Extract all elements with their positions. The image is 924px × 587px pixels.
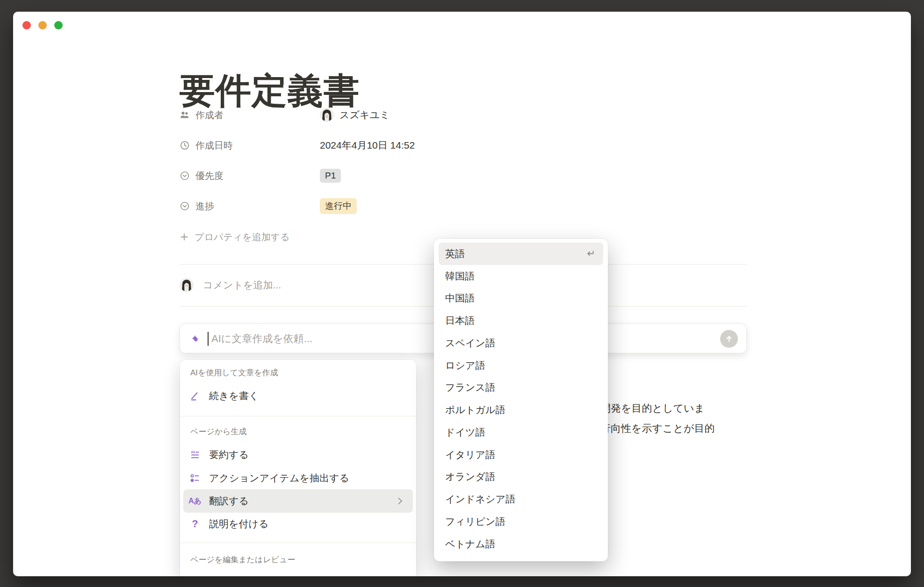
add-property-button[interactable]: プロパティを追加する [180, 227, 290, 247]
property-label: 作成者 [180, 109, 320, 122]
language-option-korean[interactable]: 韓国語 [434, 265, 608, 287]
language-option-german[interactable]: ドイツ語 [434, 421, 608, 444]
language-option-russian[interactable]: ロシア語 [434, 354, 608, 377]
enter-key-icon [585, 248, 596, 262]
send-button[interactable] [720, 330, 738, 348]
menu-item-continue-writing[interactable]: 続きを書く [180, 384, 416, 408]
translate-language-menu: 英語 韓国語 中国語 日本語 スペイン語 ロシア語 フランス語 ポルトガル語 ド… [434, 239, 608, 561]
pencil-icon [188, 390, 202, 401]
language-option-filipino[interactable]: フィリピン語 [434, 510, 608, 533]
select-icon [180, 171, 190, 181]
text-caret [208, 332, 209, 346]
language-option-french[interactable]: フランス語 [434, 377, 608, 399]
creator-name: スズキユミ [339, 108, 390, 122]
plus-icon [180, 232, 189, 242]
property-label: 進捗 [180, 200, 320, 213]
language-option-english[interactable]: 英語 [439, 243, 603, 265]
translate-icon: Aあ [188, 496, 202, 506]
property-label: 作成日時 [180, 139, 320, 152]
arrow-up-icon [724, 334, 734, 344]
property-row-created-time[interactable]: 作成日時 2024年4月10日 14:52 [180, 135, 415, 156]
minimize-window-button[interactable] [38, 21, 47, 29]
status-badge[interactable]: 進行中 [320, 198, 357, 214]
avatar [320, 108, 334, 122]
summary-icon [188, 449, 202, 460]
language-option-dutch[interactable]: オランダ語 [434, 466, 608, 488]
property-row-priority[interactable]: 優先度 P1 [180, 165, 341, 186]
language-option-portuguese[interactable]: ポルトガル語 [434, 399, 608, 421]
menu-section-header: ページから生成 [180, 423, 426, 439]
menu-divider [180, 543, 416, 543]
language-option-vietnamese[interactable]: ベトナム語 [434, 533, 608, 555]
language-option-indonesian[interactable]: インドネシア語 [434, 488, 608, 510]
ai-input-placeholder: AIに文章作成を依頼... [211, 332, 312, 346]
comment-placeholder: コメントを追加... [203, 279, 281, 292]
language-option-italian[interactable]: イタリア語 [434, 444, 608, 466]
menu-item-extract-action-items[interactable]: アクションアイテムを抽出する [180, 466, 416, 490]
language-option-japanese[interactable]: 日本語 [434, 309, 608, 332]
menu-section-header: AIを使用して文章を作成 [180, 365, 426, 380]
ai-command-menu: AIを使用して文章を作成 続きを書く ページから生成 要約する [180, 360, 416, 576]
chevron-right-icon [397, 496, 404, 508]
menu-section-header: ページを編集またはレビュー [180, 551, 426, 567]
close-window-button[interactable] [22, 21, 31, 29]
property-label: 優先度 [180, 170, 320, 182]
menu-item-explain[interactable]: ? 説明を付ける [180, 512, 416, 536]
select-icon [180, 201, 190, 211]
property-row-progress[interactable]: 進捗 進行中 [180, 196, 357, 216]
add-comment-input[interactable]: コメントを追加... [180, 275, 281, 295]
clock-icon [180, 140, 190, 150]
question-icon: ? [188, 518, 202, 530]
checklist-icon [188, 472, 202, 484]
notion-window: 要件定義書 作成者 スズキユミ [13, 12, 911, 576]
language-option-spanish[interactable]: スペイン語 [434, 332, 608, 354]
sparkle-icon [189, 332, 203, 346]
property-value-date[interactable]: 2024年4月10日 14:52 [320, 139, 415, 152]
priority-badge[interactable]: P1 [320, 169, 341, 183]
menu-divider [180, 416, 416, 416]
menu-item-summarize[interactable]: 要約する [180, 443, 416, 466]
property-value-person[interactable]: スズキユミ [320, 108, 390, 122]
avatar [180, 278, 194, 292]
page-body-text: 開発を目的としていま 行向性を示すことが目的 [600, 398, 715, 438]
menu-item-translate[interactable]: Aあ 翻訳する [183, 489, 413, 513]
people-icon [180, 110, 190, 120]
property-row-creator[interactable]: 作成者 スズキユミ [180, 105, 390, 125]
zoom-window-button[interactable] [54, 21, 63, 29]
language-option-chinese[interactable]: 中国語 [434, 287, 608, 310]
window-controls [22, 21, 63, 29]
